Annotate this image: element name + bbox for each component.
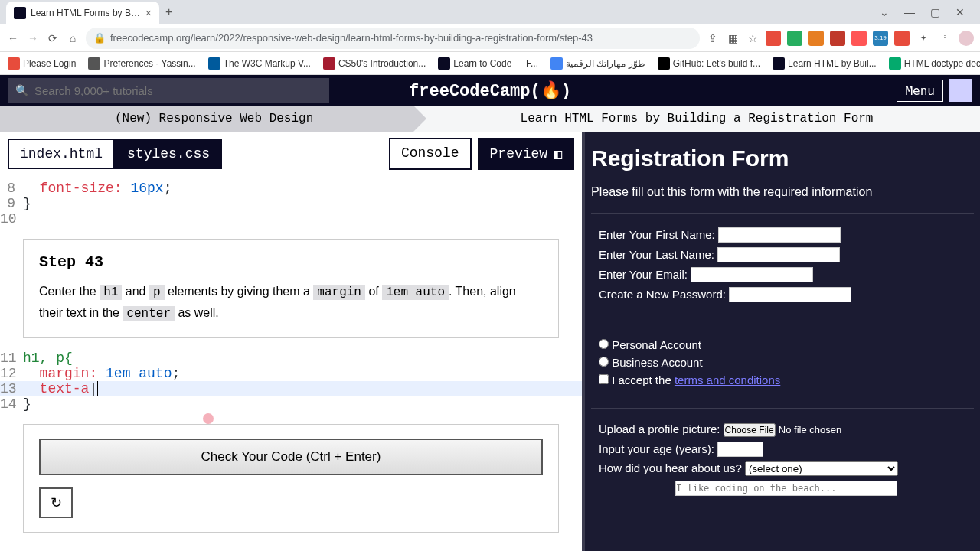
console-button[interactable]: Console [389, 138, 472, 170]
personal-radio[interactable] [599, 339, 609, 349]
profile-avatar[interactable] [959, 31, 974, 46]
menu-button[interactable]: Menu [897, 80, 943, 102]
email-input[interactable] [691, 267, 813, 282]
last-name-input[interactable] [717, 247, 840, 262]
chevron-down-icon[interactable]: ⌄ [880, 6, 889, 18]
bookmark-item[interactable]: CS50's Introduction... [323, 57, 426, 70]
ext-icon[interactable] [787, 31, 802, 46]
forward-button: → [26, 31, 40, 45]
minimize-icon[interactable]: — [904, 6, 915, 18]
reload-button[interactable]: ⟳ [46, 31, 60, 45]
bookmark-item[interactable]: The W3C Markup V... [208, 57, 311, 70]
avatar[interactable] [949, 79, 972, 102]
choose-file-button[interactable]: Choose File [724, 423, 776, 437]
puzzle-icon[interactable]: ✦ [916, 31, 931, 46]
bookmark-item[interactable]: Learn to Code — F... [438, 57, 538, 70]
step-title: Step 43 [39, 253, 543, 271]
bookmark-item[interactable]: Learn HTML by Buil... [773, 57, 877, 70]
search-icon: 🔍 [15, 84, 28, 96]
bookmark-item[interactable]: HTML doctype decl... [889, 57, 980, 70]
bookmark-item[interactable]: طوّر مهاراتك الرقمية [550, 57, 645, 70]
tab-index-html[interactable]: index.html [8, 139, 115, 169]
ext-icon[interactable] [766, 31, 781, 46]
preview-button[interactable]: Preview◧ [478, 138, 574, 170]
cursor-indicator [203, 413, 214, 424]
site-favicon [14, 7, 26, 19]
url-text: freecodecamp.org/learn/2022/responsive-w… [110, 32, 692, 44]
bookmark-item[interactable]: Please Login [8, 57, 76, 70]
ext-icon[interactable] [808, 31, 824, 46]
bio-input[interactable] [675, 481, 897, 496]
preview-pane: Registration Form Please fill out this f… [585, 132, 980, 527]
back-button[interactable]: ← [6, 31, 20, 45]
form-title: Registration Form [591, 145, 974, 171]
breadcrumb-lesson[interactable]: Learn HTML Forms by Building a Registrat… [413, 112, 980, 126]
referral-select[interactable]: (select one) [745, 461, 898, 476]
tab-styles-css[interactable]: styles.css [115, 139, 222, 169]
fcc-logo[interactable]: freeCodeCamp(🔥) [409, 80, 571, 101]
preview-icon: ◧ [554, 145, 562, 162]
close-window-icon[interactable]: ✕ [956, 6, 965, 18]
browser-tab[interactable]: Learn HTML Forms by Building a × [6, 2, 159, 24]
url-bar[interactable]: 🔒 freecodecamp.org/learn/2022/responsive… [86, 28, 700, 49]
star-icon[interactable]: ☆ [746, 31, 760, 45]
breadcrumb: (New) Responsive Web Design Learn HTML F… [0, 106, 980, 132]
terms-checkbox[interactable] [599, 374, 609, 384]
ext-icon[interactable] [830, 31, 845, 46]
editable-region[interactable]: 11h1, p{ 12 margin: 1em auto; 13 text-a|… [0, 346, 582, 416]
maximize-icon[interactable]: ▢ [930, 6, 940, 18]
bookmark-item[interactable]: GitHub: Let's build f... [658, 57, 760, 70]
business-radio[interactable] [599, 357, 609, 367]
menu-icon[interactable]: ⋮ [937, 31, 952, 46]
instructions: Step 43 Center the h1 and p elements by … [23, 239, 559, 338]
ext-icon[interactable]: 3.19 [873, 31, 888, 46]
close-tab-icon[interactable]: × [145, 7, 152, 19]
ext-icon[interactable] [851, 31, 867, 46]
breadcrumb-section[interactable]: (New) Responsive Web Design [0, 106, 413, 132]
lock-icon: 🔒 [93, 32, 106, 44]
share-icon[interactable]: ⇪ [706, 31, 720, 45]
search-box[interactable]: 🔍 [8, 78, 329, 103]
reset-button[interactable]: ↻ [39, 487, 73, 518]
home-button[interactable]: ⌂ [66, 31, 80, 45]
check-code-button[interactable]: Check Your Code (Ctrl + Enter) [39, 439, 543, 475]
search-input[interactable] [34, 84, 322, 97]
terms-link[interactable]: terms and conditions [675, 373, 780, 386]
form-subtitle: Please fill out this form with the requi… [591, 185, 974, 199]
tab-title: Learn HTML Forms by Building a [31, 8, 142, 18]
bookmark-item[interactable]: Preferences - Yassin... [88, 57, 195, 70]
new-tab-button[interactable]: + [165, 5, 172, 19]
age-input[interactable] [717, 442, 763, 457]
apps-icon[interactable]: ▦ [726, 31, 740, 45]
code-editor[interactable]: 8 font-size: 16px; 9} 10 [0, 176, 582, 231]
first-name-input[interactable] [718, 227, 841, 243]
bookmarks-bar: Please LoginPreferences - Yassin...The W… [0, 52, 980, 75]
ext-icon[interactable] [894, 31, 910, 46]
password-input[interactable] [729, 287, 851, 302]
